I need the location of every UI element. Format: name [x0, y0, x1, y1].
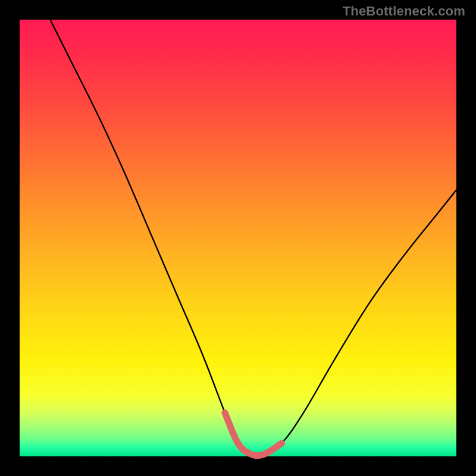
chart-svg [20, 20, 456, 456]
chart-plot-area [20, 20, 456, 456]
watermark-text: TheBottleneck.com [343, 4, 465, 19]
chart-frame: TheBottleneck.com [0, 0, 476, 476]
curve-main-line [50, 20, 456, 456]
bottleneck-curve [50, 20, 456, 456]
curve-highlight-segment [225, 413, 281, 456]
